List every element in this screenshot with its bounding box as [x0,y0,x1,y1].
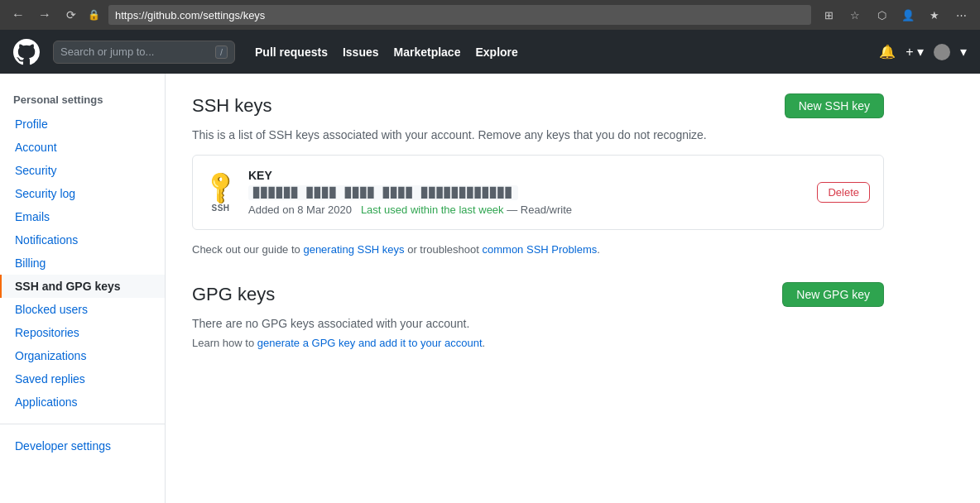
sidebar-item-account[interactable]: Account [0,136,165,159]
browser-favorites-button[interactable]: ★ [924,7,945,23]
sidebar-item-applications[interactable]: Applications [0,390,165,414]
key-meta: Added on 8 Mar 2020 Last used within the… [248,204,804,216]
key-name: KEY [248,169,804,182]
lock-icon: 🔒 [88,9,100,21]
forward-button[interactable]: → [35,5,55,25]
browser-star-button[interactable]: ☆ [844,7,866,23]
sidebar-item-security[interactable]: Security [0,159,165,182]
sidebar-item-developer-settings[interactable]: Developer settings [0,434,165,457]
ssh-helper-text: Check out our guide to generating SSH ke… [192,243,884,256]
gpg-learn-text: Learn how to generate a GPG key and add … [192,337,884,349]
new-ssh-key-button[interactable]: New SSH key [785,93,884,118]
sidebar-item-blocked-users[interactable]: Blocked users [0,298,165,321]
key-icon: 🔑 [200,166,240,206]
sidebar-item-security-log[interactable]: Security log [0,182,165,205]
sidebar-divider [0,424,165,424]
gpg-section-header: GPG keys New GPG key [192,282,884,307]
browser-apps-button[interactable]: ⊞ [818,7,839,23]
sidebar-item-emails[interactable]: Emails [0,205,165,228]
gpg-no-keys-text: There are no GPG keys associated with yo… [192,317,884,330]
key-details: KEY ██████ ████ ████ ████ ████████████ A… [248,169,804,216]
generate-gpg-key-link[interactable]: generate a GPG key and add it to your ac… [257,337,483,349]
new-dropdown-button[interactable]: + ▾ [906,44,924,60]
search-shortcut: / [215,46,228,59]
nav-marketplace[interactable]: Marketplace [387,41,468,64]
main-content: SSH keys New SSH key This is a list of S… [166,74,910,503]
sidebar-item-organizations[interactable]: Organizations [0,344,165,367]
main-layout: Personal settings Profile Account Securi… [0,74,980,503]
sidebar-item-billing[interactable]: Billing [0,252,165,275]
nav-pull-requests[interactable]: Pull requests [248,41,334,64]
nav-explore[interactable]: Explore [468,41,524,64]
search-box[interactable]: Search or jump to... / [53,41,235,64]
github-header: Search or jump to... / Pull requests Iss… [0,30,980,74]
browser-cast-button[interactable]: ⬡ [871,7,892,23]
browser-profile-button[interactable]: 👤 [897,7,919,23]
sidebar-item-ssh-gpg[interactable]: SSH and GPG keys [0,275,165,298]
helper-suffix: . [597,243,600,256]
generating-ssh-keys-link[interactable]: generating SSH keys [303,243,404,256]
page-container: ← → ⟳ 🔒 ⊞ ☆ ⬡ 👤 ★ ⋯ Search or jump to...… [0,0,980,503]
key-card-inner: 🔑 SSH KEY ██████ ████ ████ ████ ████████… [193,156,883,229]
sidebar-developer-section: Developer settings [0,434,165,457]
notification-icon[interactable]: 🔔 [879,44,896,60]
search-placeholder: Search or jump to... [60,46,210,58]
refresh-button[interactable]: ⟳ [61,5,81,25]
sidebar-item-profile[interactable]: Profile [0,113,165,136]
sidebar-item-repositories[interactable]: Repositories [0,321,165,344]
key-fingerprint: ██████ ████ ████ ████ ████████████ [248,185,518,200]
new-gpg-key-button[interactable]: New GPG key [782,282,884,307]
key-separator: — [507,204,521,216]
helper-middle: or troubleshoot [405,243,483,256]
helper-prefix: Check out our guide to [192,243,303,256]
settings-sidebar: Personal settings Profile Account Securi… [0,74,166,503]
browser-action-area: ⊞ ☆ ⬡ 👤 ★ ⋯ [818,7,972,23]
key-added: Added on 8 Mar 2020 [248,204,352,216]
nav-issues[interactable]: Issues [336,41,386,64]
ssh-description: This is a list of SSH keys associated wi… [192,128,884,141]
gpg-learn-prefix: Learn how to [192,337,257,349]
ssh-key-card: 🔑 SSH KEY ██████ ████ ████ ████ ████████… [192,155,884,230]
sidebar-heading: Personal settings [0,87,165,113]
avatar-dropdown-icon[interactable]: ▾ [960,44,967,60]
gpg-section-title: GPG keys [192,284,275,305]
user-avatar[interactable] [934,44,950,60]
gpg-learn-suffix: . [483,337,486,349]
header-right: 🔔 + ▾ ▾ [879,44,967,60]
browser-chrome: ← → ⟳ 🔒 ⊞ ☆ ⬡ 👤 ★ ⋯ [0,0,980,30]
github-logo[interactable] [13,39,40,65]
ssh-section-title: SSH keys [192,95,272,117]
sidebar-item-saved-replies[interactable]: Saved replies [0,367,165,390]
main-nav: Pull requests Issues Marketplace Explore [248,41,866,64]
key-icon-wrap: 🔑 SSH [206,173,235,213]
sidebar-item-notifications[interactable]: Notifications [0,228,165,252]
delete-key-button[interactable]: Delete [817,182,870,203]
key-access: Read/write [521,204,572,216]
ssh-section-header: SSH keys New SSH key [192,93,884,118]
key-last-used: Last used within the last week [361,204,504,216]
browser-more-button[interactable]: ⋯ [950,7,972,23]
common-ssh-problems-link[interactable]: common SSH Problems [483,243,598,256]
url-bar[interactable] [108,5,811,25]
back-button[interactable]: ← [8,5,28,25]
